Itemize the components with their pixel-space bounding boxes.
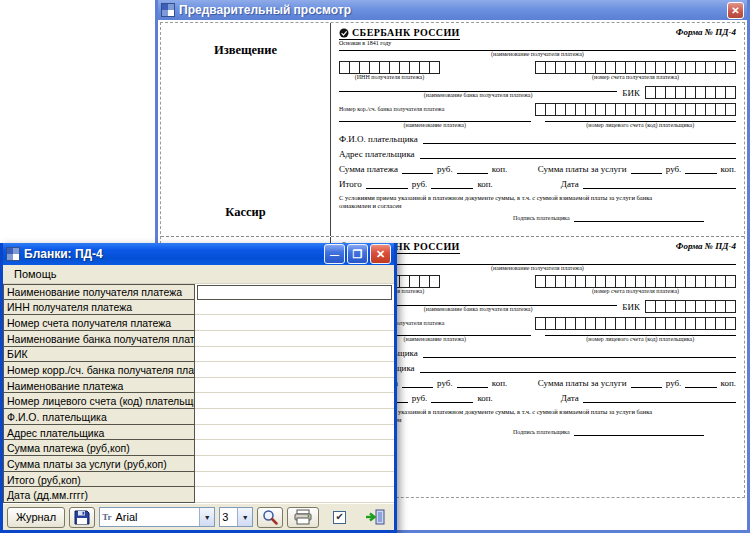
corr-boxes — [535, 103, 736, 116]
field-input[interactable] — [195, 456, 394, 472]
account-caption: (номер счета получателя платежа) — [535, 288, 736, 295]
corr-label: Номер кор./сч. банка получателя платежа — [339, 106, 444, 113]
printer-icon — [293, 509, 313, 525]
field-input[interactable] — [195, 331, 394, 347]
address-line — [420, 150, 736, 159]
font-size-select[interactable]: 3 ▼ — [219, 507, 253, 527]
field-label: Наименование получателя платежа — [3, 284, 195, 300]
field-input[interactable] — [195, 315, 394, 331]
field-input[interactable] — [195, 393, 394, 409]
bank-subtitle: Основан в 1841 году — [339, 40, 460, 46]
exit-button[interactable] — [360, 507, 390, 528]
blanks-window: Бланки: ПД-4 — ❐ ✕ Помощь Наименование п… — [0, 243, 397, 533]
font-select[interactable]: Tr Arial ▼ — [99, 507, 215, 527]
field-label: Наименование платежа — [3, 377, 195, 394]
table-row: Дата (дд.мм.гггг) — [3, 487, 394, 503]
field-input[interactable] — [195, 472, 394, 488]
corr-boxes — [535, 317, 736, 330]
field-label: Номер корр./сч. банка получателя платежа — [3, 361, 195, 378]
journal-button[interactable]: Журнал — [7, 507, 65, 528]
sum-rub-line — [402, 379, 433, 388]
table-row: Адрес плательщика — [3, 425, 394, 441]
sum-rub-line — [402, 165, 433, 174]
save-icon — [74, 509, 90, 525]
bank-logo: СБЕРБАНК РОССИИ Основан в 1841 году — [339, 27, 460, 46]
field-input[interactable] — [195, 347, 394, 363]
fio-line — [423, 135, 736, 144]
inn-caption: (ИНН получателя платежа) — [339, 74, 440, 81]
digit-cell — [725, 61, 736, 74]
field-label: Наименование банка получателя платежа — [3, 330, 195, 347]
minimize-button[interactable]: — — [324, 244, 345, 264]
agreement-text: С условиями приема указанной в платежном… — [339, 194, 736, 210]
fee-kop-line — [685, 379, 716, 388]
account-group: (номер счета получателя платежа) — [535, 275, 736, 295]
preview-titlebar[interactable]: Предварительный просмотр ✕ — [158, 0, 747, 20]
field-input[interactable] — [195, 440, 394, 456]
total-kop-line — [431, 394, 473, 403]
field-input[interactable] — [195, 378, 394, 394]
font-dropdown-arrow-icon[interactable]: ▼ — [199, 508, 214, 526]
fields-table: Наименование получателя платежаИНН получ… — [3, 284, 394, 503]
menu-help[interactable]: Помощь — [9, 267, 62, 281]
close-button[interactable]: ✕ — [370, 244, 391, 264]
rub-label: руб. — [666, 378, 682, 388]
account-boxes — [535, 275, 736, 288]
field-label: Дата (дд.мм.гггг) — [3, 486, 195, 503]
field-input[interactable] — [195, 362, 394, 378]
digit-cell — [725, 86, 736, 99]
fee-kop-line — [685, 165, 716, 174]
font-name-value: Arial — [113, 511, 199, 523]
personal-account-group: (номер лицевого счета (код) плательщика) — [545, 335, 737, 343]
total-kop-line — [431, 180, 473, 189]
form-number: Форма № ПД-4 — [676, 241, 736, 251]
table-row: Номер лицевого счета (код) плательщика — [3, 393, 394, 409]
kop-label: коп. — [721, 164, 736, 174]
print-button[interactable] — [287, 507, 319, 528]
table-row: Ф.И.О. плательщика — [3, 409, 394, 425]
bik-label: БИК — [622, 88, 640, 98]
field-label: Сумма платы за услуги (руб,коп) — [3, 455, 195, 472]
payment-caption: (наименование платежа) — [339, 122, 531, 129]
kop-label: коп. — [721, 378, 736, 388]
account-boxes — [535, 61, 736, 74]
account-group: (номер счета получателя платежа) — [535, 61, 736, 81]
recipient-caption: (наименование получателя платежа) — [339, 51, 736, 58]
pd4-form-copy-1: Извещение Кассир СБЕРБАНК РОССИИ Основан… — [161, 23, 744, 236]
fee-rub-line — [631, 165, 662, 174]
field-input[interactable] — [195, 300, 394, 316]
fio-label: Ф.И.О. плательщика — [339, 134, 418, 144]
size-dropdown-arrow-icon[interactable]: ▼ — [237, 508, 252, 526]
field-input[interactable] — [195, 409, 394, 425]
inn-group: (ИНН получателя платежа) — [339, 61, 440, 81]
total-rub-line — [366, 180, 408, 189]
preview-window-title: Предварительный просмотр — [179, 3, 727, 17]
table-row: Номер корр./сч. банка получателя платежа — [3, 362, 394, 378]
truetype-icon: Tr — [100, 512, 113, 522]
kop-label: коп. — [477, 393, 492, 403]
sberbank-logo-icon — [339, 28, 349, 38]
form-main: СБЕРБАНК РОССИИ Основан в 1841 году Форм… — [331, 23, 744, 236]
check-icon: ✔ — [335, 512, 343, 522]
table-row: Наименование получателя платежа — [3, 284, 394, 300]
preview-window-icon — [161, 3, 175, 17]
preview-button[interactable] — [257, 507, 283, 528]
blanks-window-icon — [6, 247, 20, 261]
rub-label: руб. — [437, 164, 453, 174]
preview-close-button[interactable]: ✕ — [727, 2, 744, 19]
bank-name: СБЕРБАНК РОССИИ — [352, 27, 460, 38]
table-row: Наименование банка получателя платежа — [3, 331, 394, 347]
print-checkbox[interactable]: ✔ — [333, 511, 346, 524]
field-input[interactable] — [195, 487, 394, 503]
field-input[interactable] — [197, 285, 392, 300]
field-label: БИК — [3, 346, 195, 363]
save-button[interactable] — [69, 507, 95, 528]
maximize-button[interactable]: ❐ — [347, 244, 368, 264]
sum-kop-line — [457, 165, 488, 174]
kop-label: коп. — [492, 378, 507, 388]
field-input[interactable] — [195, 425, 394, 441]
table-row: Номер счета получателя платежа — [3, 315, 394, 331]
blanks-titlebar[interactable]: Бланки: ПД-4 — ❐ ✕ — [3, 243, 394, 265]
digit-cell — [725, 317, 736, 330]
bik-boxes — [645, 300, 736, 313]
